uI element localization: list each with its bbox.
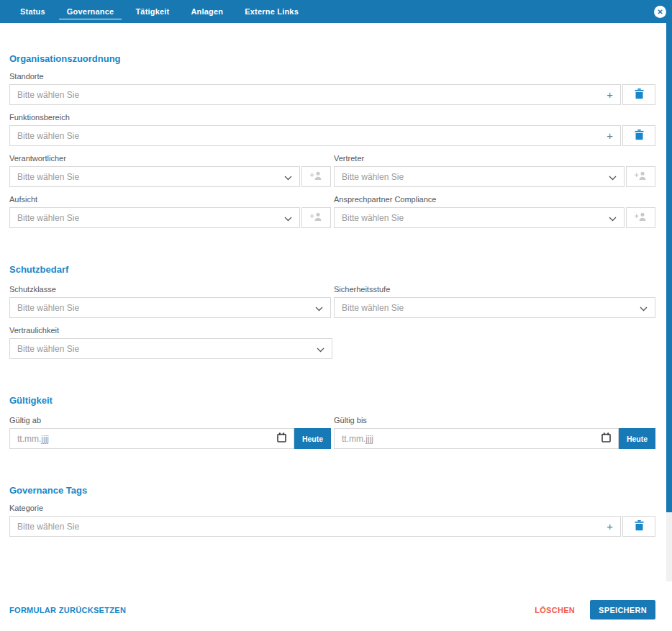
aufsicht-field: Bitte wählen Sie [9,207,331,228]
kategorie-label: Kategorie [9,504,655,512]
save-button[interactable]: SPEICHERN [590,600,655,619]
schutzklasse-label: Schutzklasse [9,285,331,294]
chevron-down-icon [284,171,292,183]
gueltigkeit-row: Heute Heute [9,428,655,449]
tab-governance[interactable]: Governance [67,0,114,23]
aufsicht-add-person-button[interactable] [301,207,331,228]
standorte-input[interactable] [17,90,601,100]
add-icon[interactable]: + [607,130,613,142]
chevron-down-icon [640,301,648,314]
standorte-clear-button[interactable] [622,84,655,105]
tab-status[interactable]: Status [20,0,45,23]
ansprechpartner-compliance-add-person-button[interactable] [626,207,655,228]
select-placeholder: Bitte wählen Sie [342,172,404,182]
funktionsbereich-label: Funktionsbereich [9,113,655,122]
verantwortlicher-label: Verantwortlicher [9,154,331,163]
standorte-row: + [9,84,655,105]
schutzklasse-sicherheitsstufe-labels: Schutzklasse Sicherheitsstufe [9,277,655,297]
chevron-down-icon [315,301,323,314]
gueltig-ab-heute-button[interactable]: Heute [294,428,331,449]
gueltig-bis-input[interactable] [342,434,601,444]
gueltig-ab-field: Heute [9,428,331,449]
verantwortlicher-field: Bitte wählen Sie [9,166,331,187]
vertreter-label: Vertreter [334,154,655,163]
kategorie-clear-button[interactable] [622,516,655,537]
section-title-governance-tags: Governance Tags [9,485,655,496]
delete-button[interactable]: LÖSCHEN [535,606,575,614]
close-icon[interactable]: ✕ [654,6,666,18]
select-placeholder: Bitte wählen Sie [342,213,404,223]
vertreter-field: Bitte wählen Sie [334,166,655,187]
add-icon[interactable]: + [607,520,613,532]
form-footer: FORMULAR ZURÜCKSETZEN LÖSCHEN SPEICHERN [9,600,655,619]
add-person-icon [635,212,647,223]
gueltigkeit-labels: Gültig ab Gültig bis [9,408,655,428]
gueltig-bis-heute-button[interactable]: Heute [619,428,655,449]
select-placeholder: Bitte wählen Sie [17,213,79,223]
sicherheitsstufe-label: Sicherheitsstufe [334,285,655,294]
add-icon[interactable]: + [607,88,613,101]
reset-form-link[interactable]: FORMULAR ZURÜCKSETZEN [9,606,126,614]
scrollbar-thumb[interactable] [666,23,672,512]
gueltig-ab-date-input-box[interactable] [9,428,294,449]
vertraulichkeit-label: Vertraulichkeit [9,326,655,335]
add-person-icon [635,171,647,182]
vertraulichkeit-field: Bitte wählen Sie [9,338,332,359]
tab-taetigkeit[interactable]: Tätigkeit [135,0,169,23]
gueltig-bis-field: Heute [334,428,655,449]
kategorie-multiselect[interactable]: + [9,516,621,537]
chevron-down-icon [609,212,617,224]
section-title-organisationszuordnung: Organisationszuordnung [9,53,655,64]
chevron-down-icon [284,212,292,224]
verantwortlicher-vertreter-row: Bitte wählen Sie Bitte wählen Sie [9,166,655,187]
gueltig-ab-label: Gültig ab [9,416,331,425]
aufsicht-ansprechpartner-labels: Aufsicht Ansprechpartner Compliance [9,187,655,207]
schutzklasse-field: Bitte wählen Sie [9,297,331,318]
gueltig-bis-label: Gültig bis [334,416,655,425]
section-title-schutzbedarf: Schutzbedarf [9,264,655,275]
calendar-icon[interactable] [601,432,611,445]
tab-anlagen[interactable]: Anlagen [191,0,223,23]
verantwortlicher-select[interactable]: Bitte wählen Sie [9,166,300,187]
trash-icon [635,88,644,101]
ansprechpartner-compliance-field: Bitte wählen Sie [334,207,655,228]
tab-bar: Status Governance Tätigkeit Anlagen Exte… [0,0,672,23]
standorte-multiselect[interactable]: + [9,84,621,105]
funktionsbereich-clear-button[interactable] [622,125,655,146]
sicherheitsstufe-select[interactable]: Bitte wählen Sie [334,297,655,318]
gueltig-bis-date-input-box[interactable] [334,428,619,449]
funktionsbereich-row: + [9,125,655,146]
verantwortlicher-vertreter-labels: Verantwortlicher Vertreter [9,146,655,166]
section-title-gueltigkeit: Gültigkeit [9,395,655,406]
standorte-label: Standorte [9,72,655,81]
aufsicht-label: Aufsicht [9,195,331,204]
tab-externe-links[interactable]: Externe Links [245,0,299,23]
calendar-icon[interactable] [277,432,286,445]
add-person-icon [310,212,322,223]
select-placeholder: Bitte wählen Sie [17,303,79,313]
verantwortlicher-add-person-button[interactable] [301,166,331,187]
kategorie-input[interactable] [17,522,601,532]
footer-actions: LÖSCHEN SPEICHERN [535,600,655,619]
sicherheitsstufe-field: Bitte wählen Sie [334,297,655,318]
schutzklasse-sicherheitsstufe-row: Bitte wählen Sie Bitte wählen Sie [9,297,655,318]
select-placeholder: Bitte wählen Sie [342,303,404,313]
aufsicht-select[interactable]: Bitte wählen Sie [9,207,300,228]
vertreter-select[interactable]: Bitte wählen Sie [334,166,625,187]
funktionsbereich-multiselect[interactable]: + [9,125,621,146]
schutzklasse-select[interactable]: Bitte wählen Sie [9,297,331,318]
funktionsbereich-input[interactable] [17,131,601,141]
trash-icon [635,520,644,533]
ansprechpartner-compliance-select[interactable]: Bitte wählen Sie [334,207,625,228]
aufsicht-ansprechpartner-row: Bitte wählen Sie Bitte wählen Sie [9,207,655,228]
scrollbar-track[interactable] [666,23,672,581]
trash-icon [635,130,644,142]
form-content: Organisationszuordnung Standorte + Funkt… [9,23,655,537]
gueltig-ab-input[interactable] [17,434,277,444]
ansprechpartner-compliance-label: Ansprechpartner Compliance [334,195,655,204]
kategorie-row: + [9,516,655,537]
vertreter-add-person-button[interactable] [626,166,655,187]
chevron-down-icon [317,342,324,355]
vertraulichkeit-select[interactable]: Bitte wählen Sie [9,338,332,359]
governance-form-dialog: Status Governance Tätigkeit Anlagen Exte… [0,0,672,631]
